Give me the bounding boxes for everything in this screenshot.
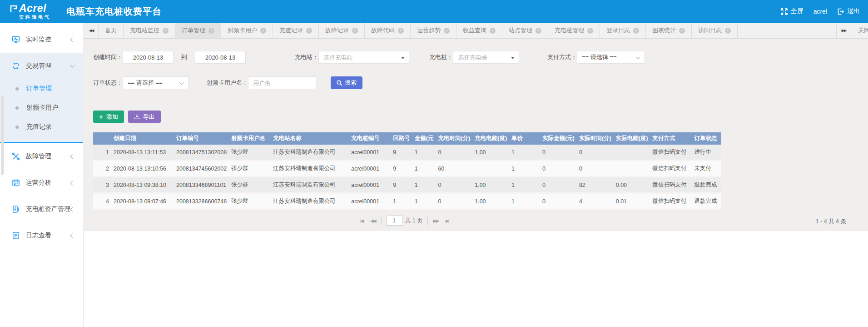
table-cell[interactable] <box>472 161 509 177</box>
table-cell[interactable]: 进行中 <box>692 145 721 161</box>
dropdown-arrow-icon[interactable] <box>401 57 405 59</box>
sidebar-scrollbar[interactable] <box>1 96 4 175</box>
table-cell[interactable]: 0 <box>540 145 577 161</box>
table-cell[interactable] <box>614 145 650 161</box>
tab-rfid-card-users[interactable]: 射频卡用户× <box>221 23 273 38</box>
close-icon[interactable]: × <box>587 28 593 34</box>
prev-page-button[interactable]: ◀◀ <box>370 218 375 223</box>
sidebar-subitem-order-management[interactable]: 订单管理 <box>0 79 83 98</box>
search-button[interactable]: 搜索 <box>331 76 362 89</box>
close-icon[interactable]: × <box>260 28 266 34</box>
column-header[interactable]: 回路号 <box>391 132 412 145</box>
table-cell[interactable]: 82 <box>577 177 614 194</box>
table-cell[interactable]: 2020-08-13 09:38:10 <box>111 177 174 194</box>
username-button[interactable]: acrel <box>813 8 827 15</box>
tab-revenue-query[interactable]: 收益查询× <box>456 23 502 38</box>
pile-combo-input[interactable] <box>453 51 519 63</box>
table-cell[interactable]: 微信扫码支付 <box>650 177 692 194</box>
table-cell[interactable]: 9 <box>391 145 412 161</box>
close-icon[interactable]: × <box>352 28 358 34</box>
table-cell[interactable]: 1 <box>412 145 436 161</box>
tab-visit-log[interactable]: 访问日志× <box>692 23 738 38</box>
table-cell[interactable]: 9 <box>391 177 412 194</box>
table-cell[interactable]: 2008133468901101 <box>174 177 229 194</box>
column-header[interactable]: 充电站名称 <box>271 132 349 145</box>
row-number-cell[interactable]: 4 <box>93 194 111 210</box>
order-status-select[interactable]: == 请选择 == <box>123 76 188 89</box>
last-page-button[interactable]: ▶| <box>446 218 448 223</box>
table-cell[interactable]: 0 <box>436 194 472 210</box>
close-icon[interactable]: × <box>679 28 685 34</box>
table-cell[interactable]: 江苏安科瑞制造有限公司 <box>271 177 349 194</box>
sidebar-item-log-view[interactable]: 日志查看 <box>0 222 83 249</box>
table-cell[interactable]: 2020-08-13 13:10:56 <box>111 161 174 177</box>
table-cell[interactable]: acrel00001 <box>349 145 391 161</box>
column-header[interactable]: 实际金额(元) <box>540 132 577 145</box>
add-button[interactable]: + 添加 <box>93 111 124 123</box>
table-cell[interactable]: 江苏安科瑞制造有限公司 <box>271 161 349 177</box>
table-cell[interactable]: 1 <box>412 177 436 194</box>
pile-combobox[interactable] <box>453 51 519 64</box>
column-header[interactable]: 创建日期 <box>111 132 174 145</box>
page-number-input[interactable] <box>386 216 402 226</box>
column-header[interactable]: 金额(元 <box>412 132 436 145</box>
fullscreen-button[interactable]: 全屏 <box>780 7 804 15</box>
sidebar-subitem-rfid-card-users[interactable]: 射频卡用户 <box>0 98 83 117</box>
close-icon[interactable]: × <box>398 28 404 34</box>
table-cell[interactable]: 0 <box>540 161 577 177</box>
row-number-cell[interactable]: 1 <box>93 145 111 161</box>
table-cell[interactable]: 2008134751302008 <box>174 145 229 161</box>
table-cell[interactable]: 0 <box>436 177 472 194</box>
tabs-scroll-left-button[interactable]: ◀◀ <box>84 23 99 38</box>
table-cell[interactable]: 江苏安科瑞制造有限公司 <box>271 145 349 161</box>
date-from-input[interactable] <box>123 51 174 64</box>
tab-chart-statistics[interactable]: 图表统计× <box>646 23 692 38</box>
table-cell[interactable]: 0 <box>540 194 577 210</box>
table-cell[interactable]: 1 <box>412 194 436 210</box>
station-combo-input[interactable] <box>319 51 409 63</box>
pay-method-select[interactable]: == 请选择 == <box>577 51 645 64</box>
close-icon[interactable]: × <box>633 28 639 34</box>
table-cell[interactable]: 1 <box>509 145 540 161</box>
tab-recharge-records[interactable]: 充值记录× <box>273 23 319 38</box>
column-header[interactable]: 订单状态 <box>692 132 721 145</box>
table-cell[interactable]: 未支付 <box>692 161 721 177</box>
table-cell[interactable]: 张少群 <box>229 194 271 210</box>
table-cell[interactable]: 0.00 <box>614 177 650 194</box>
tab-site-management[interactable]: 站点管理× <box>502 23 548 38</box>
tab-fault-records[interactable]: 故障记录× <box>319 23 365 38</box>
station-combobox[interactable] <box>318 51 409 64</box>
table-cell[interactable]: 张少群 <box>229 177 271 194</box>
table-row[interactable]: 12020-08-13 13:11:532008134751302008张少群江… <box>93 145 721 161</box>
tab-fault-codes[interactable]: 故障代码× <box>365 23 411 38</box>
table-cell[interactable]: 微信扫码支付 <box>650 161 692 177</box>
table-cell[interactable]: acrel00001 <box>349 194 391 210</box>
tab-pile-management[interactable]: 充电桩管理× <box>548 23 600 38</box>
table-cell[interactable]: 退款完成 <box>692 177 721 194</box>
table-cell[interactable]: 9 <box>391 161 412 177</box>
column-header[interactable]: 支付方式 <box>650 132 692 145</box>
table-row[interactable]: 32020-08-13 09:38:102008133468901101张少群江… <box>93 177 721 194</box>
close-icon[interactable]: × <box>208 28 214 34</box>
tab-login-log[interactable]: 登录日志× <box>600 23 646 38</box>
table-cell[interactable]: 2008133286600746 <box>174 194 229 210</box>
table-cell[interactable]: 0 <box>540 177 577 194</box>
close-icon[interactable]: × <box>490 28 496 34</box>
column-header[interactable]: 充电桩编号 <box>349 132 391 145</box>
sidebar-item-trade-management[interactable]: 交易管理 <box>0 53 83 79</box>
tab-operation-trend[interactable]: 运营趋势× <box>411 23 456 38</box>
table-cell[interactable]: 60 <box>436 161 472 177</box>
table-cell[interactable]: 微信扫码支付 <box>650 145 692 161</box>
dropdown-arrow-icon[interactable] <box>511 57 515 59</box>
table-row[interactable]: 22020-08-13 13:10:562008134745602002张少群江… <box>93 161 721 177</box>
table-cell[interactable]: 1 <box>509 194 540 210</box>
sidebar-item-fault-management[interactable]: 故障管理 <box>0 143 83 170</box>
column-header[interactable]: 充电时间(分) <box>436 132 472 145</box>
table-cell[interactable]: 微信扫码支付 <box>650 194 692 210</box>
table-cell[interactable]: 1 <box>412 161 436 177</box>
table-cell[interactable]: 2008134745602002 <box>174 161 229 177</box>
table-cell[interactable]: acrel00001 <box>349 161 391 177</box>
close-icon[interactable]: × <box>163 28 169 34</box>
sidebar-subitem-recharge-records[interactable]: 充值记录 <box>0 117 83 136</box>
table-cell[interactable]: 1 <box>509 161 540 177</box>
